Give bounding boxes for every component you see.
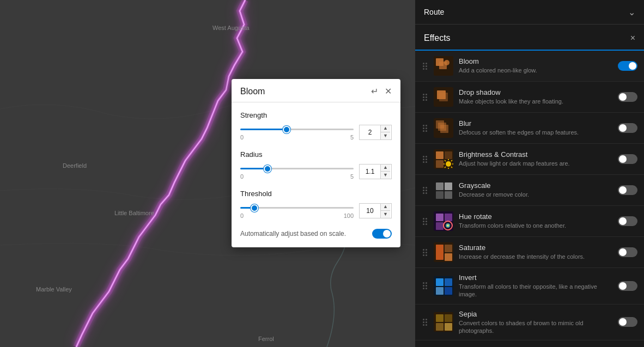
effect-name-grayscale: Grayscale bbox=[459, 181, 612, 190]
bloom-range-labels-threshold: 0 100 bbox=[240, 212, 354, 219]
effect-icon-brightness-contrast bbox=[434, 149, 453, 169]
effect-item-hue-rotate[interactable]: Hue rotate Transform colors relative to … bbox=[415, 206, 644, 237]
svg-rect-7 bbox=[437, 90, 446, 99]
bloom-spin-up-strength[interactable]: ▲ bbox=[381, 125, 390, 133]
drag-handle-brightness-contrast[interactable] bbox=[422, 154, 428, 165]
svg-rect-25 bbox=[445, 214, 452, 221]
drag-handle-drop-shadow[interactable] bbox=[422, 92, 428, 103]
svg-rect-21 bbox=[445, 191, 452, 199]
bloom-spin-up-threshold[interactable]: ▲ bbox=[381, 204, 390, 211]
bloom-range-radius[interactable] bbox=[240, 168, 354, 169]
effect-item-brightness-contrast[interactable]: Brightness & Contrast Adjust how light o… bbox=[415, 144, 644, 175]
bloom-spin-down-radius[interactable]: ▼ bbox=[381, 172, 390, 179]
toggle-slider-sepia bbox=[618, 317, 637, 327]
map-label-west-augusta: West Augusta bbox=[212, 25, 250, 31]
bloom-reset-button[interactable]: ↵ bbox=[371, 87, 378, 96]
toggle-slider-brightness-contrast bbox=[618, 154, 637, 164]
bloom-close-button[interactable]: ✕ bbox=[385, 87, 392, 96]
bloom-label-radius: Radius bbox=[240, 150, 392, 159]
drag-handle-hue-rotate[interactable] bbox=[422, 216, 428, 227]
drag-handle-invert[interactable] bbox=[422, 280, 428, 291]
bloom-spin-up-radius[interactable]: ▲ bbox=[381, 165, 390, 172]
effects-close-button[interactable]: × bbox=[630, 34, 635, 42]
svg-rect-18 bbox=[436, 182, 443, 190]
bloom-spin-down-strength[interactable]: ▼ bbox=[381, 132, 390, 139]
toggle-saturate[interactable] bbox=[618, 247, 637, 257]
toggle-slider-grayscale bbox=[618, 185, 637, 195]
route-header-title: Route bbox=[424, 8, 444, 16]
bloom-slider-row-threshold: 0 100 ▲ ▼ bbox=[240, 202, 392, 219]
bloom-input-strength[interactable] bbox=[360, 125, 380, 139]
effect-icon-bloom bbox=[434, 56, 453, 76]
effect-icon-saturate bbox=[434, 242, 453, 262]
drag-handle-blur[interactable] bbox=[422, 123, 428, 134]
effect-item-invert[interactable]: Invert Transform all colors to their opp… bbox=[415, 268, 644, 305]
effect-desc-invert: Transform all colors to their opposite, … bbox=[459, 283, 612, 299]
bloom-range-threshold[interactable] bbox=[240, 207, 354, 209]
drag-handle-sepia[interactable] bbox=[422, 316, 428, 328]
drag-handle-bloom[interactable] bbox=[422, 60, 428, 72]
bloom-modal: Bloom ↵ ✕ Strength 0 5 ▲ ▼ bbox=[232, 79, 400, 247]
effect-icon-sepia bbox=[434, 312, 453, 332]
toggle-invert[interactable] bbox=[618, 281, 637, 291]
effect-icon-blur bbox=[434, 118, 453, 138]
effect-info-grayscale: Grayscale Decrease or remove color. bbox=[459, 181, 612, 198]
bloom-modal-header: Bloom ↵ ✕ bbox=[232, 79, 400, 102]
toggle-grayscale[interactable] bbox=[618, 185, 637, 195]
bloom-range-min-strength: 0 bbox=[240, 134, 244, 141]
effect-icon-drop-shadow bbox=[434, 87, 453, 107]
toggle-slider-drop-shadow bbox=[618, 92, 637, 102]
bloom-spinbox-radius: ▲ ▼ bbox=[359, 164, 392, 179]
drag-handle-grayscale[interactable] bbox=[422, 185, 428, 196]
route-collapse-chevron[interactable]: ⌄ bbox=[628, 7, 635, 17]
effect-name-invert: Invert bbox=[459, 273, 612, 282]
svg-rect-31 bbox=[436, 245, 443, 260]
toggle-slider-saturate bbox=[618, 247, 637, 257]
toggle-bloom[interactable] bbox=[618, 61, 637, 71]
effect-item-blur[interactable]: Blur Defocus or soften the edges of map … bbox=[415, 113, 644, 144]
bloom-control-threshold: Threshold 0 100 ▲ ▼ bbox=[240, 190, 392, 219]
toggle-hue-rotate[interactable] bbox=[618, 216, 637, 226]
bloom-range-labels-strength: 0 5 bbox=[240, 134, 354, 141]
toggle-sepia[interactable] bbox=[618, 317, 637, 327]
svg-rect-35 bbox=[436, 278, 443, 286]
bloom-control-radius: Radius 0 5 ▲ ▼ bbox=[240, 150, 392, 180]
svg-rect-36 bbox=[445, 278, 452, 286]
bloom-range-strength[interactable] bbox=[240, 129, 354, 130]
bloom-spin-down-threshold[interactable]: ▼ bbox=[381, 211, 390, 218]
svg-rect-33 bbox=[445, 253, 452, 261]
toggle-brightness-contrast[interactable] bbox=[618, 154, 637, 164]
bloom-spinbox-threshold: ▲ ▼ bbox=[359, 203, 392, 218]
bloom-auto-toggle[interactable] bbox=[372, 229, 392, 239]
effect-name-brightness-contrast: Brightness & Contrast bbox=[459, 150, 612, 159]
toggle-slider-hue-rotate bbox=[618, 216, 637, 226]
bloom-slider-row-radius: 0 5 ▲ ▼ bbox=[240, 163, 392, 180]
bloom-input-radius[interactable] bbox=[360, 165, 380, 179]
effect-info-drop-shadow: Drop shadow Make objects look like they … bbox=[459, 88, 612, 105]
effect-item-sepia[interactable]: Sepia Convert colors to shades of brown … bbox=[415, 305, 644, 341]
effect-item-drop-shadow[interactable]: Drop shadow Make objects look like they … bbox=[415, 82, 644, 113]
bloom-range-max-radius: 5 bbox=[350, 173, 354, 180]
effect-desc-bloom: Add a colored neon-like glow. bbox=[459, 66, 612, 74]
map-label-marble-valley: Marble Valley bbox=[36, 286, 72, 293]
bloom-input-threshold[interactable] bbox=[360, 204, 380, 218]
effects-header: Effects × bbox=[415, 25, 644, 51]
effect-info-blur: Blur Defocus or soften the edges of map … bbox=[459, 119, 612, 136]
effect-desc-saturate: Increase or decrease the intensity of th… bbox=[459, 253, 612, 260]
toggle-drop-shadow[interactable] bbox=[618, 92, 637, 102]
svg-rect-42 bbox=[445, 314, 452, 322]
svg-rect-37 bbox=[436, 287, 443, 295]
effect-item-saturate[interactable]: Saturate Increase or decrease the intens… bbox=[415, 237, 644, 268]
effect-item-grayscale[interactable]: Grayscale Decrease or remove color. bbox=[415, 175, 644, 206]
bloom-label-threshold: Threshold bbox=[240, 190, 392, 198]
effect-icon-hue-rotate bbox=[434, 211, 453, 231]
effect-info-sepia: Sepia Convert colors to shades of brown … bbox=[459, 310, 612, 335]
effect-info-saturate: Saturate Increase or decrease the intens… bbox=[459, 243, 612, 260]
effect-info-bloom: Bloom Add a colored neon-like glow. bbox=[459, 57, 612, 74]
svg-rect-24 bbox=[436, 222, 443, 230]
toggle-blur[interactable] bbox=[618, 123, 637, 133]
effect-item-bloom[interactable]: Bloom Add a colored neon-like glow. bbox=[415, 51, 644, 82]
bloom-slider-container-threshold: 0 100 bbox=[240, 202, 354, 219]
svg-rect-19 bbox=[436, 191, 443, 199]
drag-handle-saturate[interactable] bbox=[422, 247, 428, 258]
